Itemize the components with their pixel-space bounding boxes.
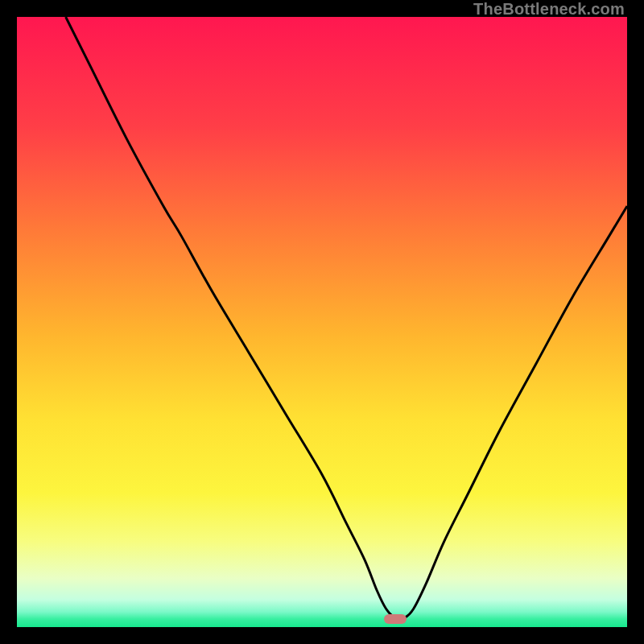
curve-layer: [17, 17, 627, 627]
watermark-text: TheBottleneck.com: [473, 0, 625, 19]
optimal-marker: [384, 614, 407, 624]
plot-area: [17, 17, 627, 627]
chart-frame: TheBottleneck.com: [0, 0, 644, 644]
bottleneck-curve: [66, 17, 627, 619]
